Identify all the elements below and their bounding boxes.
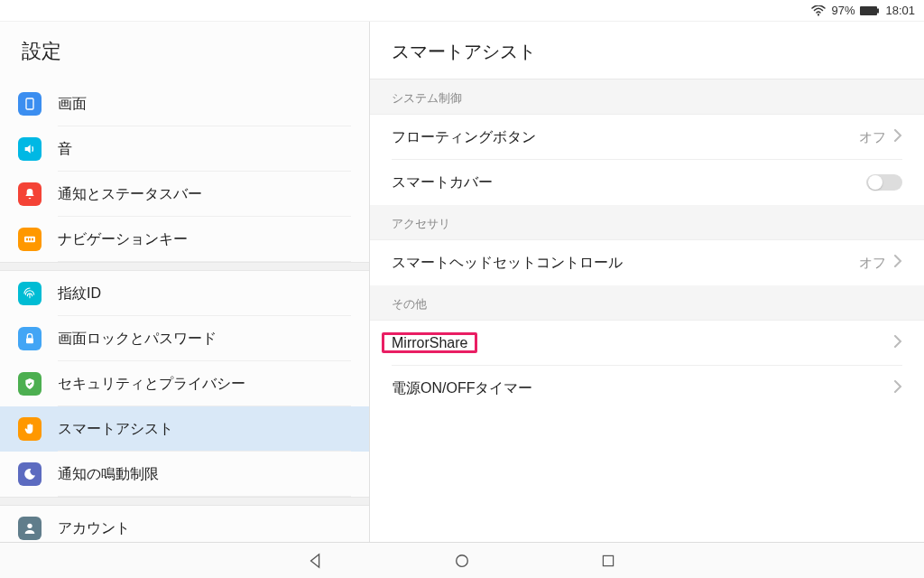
navkey-icon	[18, 228, 42, 251]
sidebar-item-display[interactable]: 画面	[0, 81, 369, 126]
settings-row[interactable]: MirrorShare	[370, 321, 924, 366]
sidebar-item-hand[interactable]: スマートアシスト	[0, 406, 369, 452]
battery-icon	[860, 5, 880, 16]
section-header: アクセサリ	[370, 205, 924, 240]
row-value: オフ	[859, 255, 886, 272]
settings-sidebar: 設定 画面音通知とステータスバーナビゲーションキー指紋ID画面ロックとパスワード…	[0, 22, 370, 542]
chevron-right-icon	[893, 255, 902, 271]
sidebar-item-label: 通知の鳴動制限	[58, 465, 351, 484]
account-icon	[18, 517, 42, 540]
clock: 18:01	[885, 4, 915, 17]
svg-rect-6	[29, 238, 31, 241]
row-label: MirrorShare	[392, 335, 893, 351]
row-label: スマートヘッドセットコントロール	[392, 254, 859, 273]
svg-rect-3	[26, 98, 33, 109]
row-value: オフ	[859, 129, 886, 146]
section-header: その他	[370, 285, 924, 321]
sidebar-item-label: 音	[58, 140, 351, 159]
sidebar-item-label: ナビゲーションキー	[58, 230, 351, 249]
sidebar-item-navkey[interactable]: ナビゲーションキー	[0, 217, 369, 262]
sidebar-item-label: 画面	[58, 95, 351, 114]
sidebar-item-sound[interactable]: 音	[0, 126, 369, 172]
sidebar-item-lock[interactable]: 画面ロックとパスワード	[0, 316, 369, 361]
content-title: スマートアシスト	[370, 22, 924, 79]
moon-icon	[18, 462, 42, 486]
sidebar-item-label: スマートアシスト	[58, 420, 351, 439]
row-label: スマートカバー	[392, 173, 866, 192]
sound-icon	[18, 137, 42, 161]
svg-rect-8	[26, 338, 33, 343]
sidebar-item-shield[interactable]: セキュリティとプライバシー	[0, 361, 369, 406]
sidebar-title: 設定	[0, 22, 369, 81]
status-bar: 97% 18:01	[0, 0, 924, 22]
sidebar-item-bell[interactable]: 通知とステータスバー	[0, 172, 369, 217]
toggle-switch[interactable]	[866, 174, 902, 191]
row-label: 電源ON/OFFタイマー	[392, 379, 893, 398]
lock-icon	[18, 327, 42, 350]
svg-rect-1	[860, 6, 877, 15]
settings-row[interactable]: 電源ON/OFFタイマー	[370, 366, 924, 411]
row-label: フローティングボタン	[392, 128, 859, 147]
section-header: システム制御	[370, 79, 924, 115]
recent-button[interactable]	[598, 551, 618, 571]
sidebar-item-fingerprint[interactable]: 指紋ID	[0, 271, 369, 316]
hand-icon	[18, 417, 42, 441]
chevron-right-icon	[893, 380, 902, 396]
sidebar-item-label: アカウント	[58, 519, 351, 538]
home-button[interactable]	[452, 551, 472, 571]
shield-icon	[18, 372, 42, 396]
sidebar-group-gap	[0, 497, 369, 506]
sidebar-item-label: セキュリティとプライバシー	[58, 375, 351, 394]
svg-rect-2	[877, 8, 879, 13]
settings-row[interactable]: スマートヘッドセットコントロールオフ	[370, 240, 924, 285]
wifi-icon	[811, 5, 826, 16]
sidebar-item-label: 通知とステータスバー	[58, 185, 351, 204]
chevron-right-icon	[893, 129, 902, 145]
settings-row[interactable]: フローティングボタンオフ	[370, 115, 924, 160]
chevron-right-icon	[893, 335, 902, 351]
svg-rect-11	[603, 555, 613, 565]
sidebar-item-moon[interactable]: 通知の鳴動制限	[0, 452, 369, 497]
svg-rect-5	[26, 238, 28, 241]
sidebar-item-label: 画面ロックとパスワード	[58, 330, 351, 349]
svg-point-9	[27, 524, 32, 528]
content-pane: スマートアシスト システム制御フローティングボタンオフスマートカバーアクセサリス…	[370, 22, 924, 542]
sidebar-item-account[interactable]: アカウント	[0, 506, 369, 542]
android-navbar	[0, 542, 924, 578]
fingerprint-icon	[18, 282, 42, 305]
display-icon	[18, 92, 42, 116]
bell-icon	[18, 182, 42, 206]
settings-row[interactable]: スマートカバー	[370, 160, 924, 205]
back-button[interactable]	[306, 551, 326, 571]
svg-rect-7	[32, 238, 33, 241]
sidebar-item-label: 指紋ID	[58, 284, 351, 303]
svg-point-0	[818, 14, 819, 15]
sidebar-group-gap	[0, 262, 369, 271]
svg-point-10	[457, 555, 468, 566]
battery-percent: 97%	[831, 4, 855, 17]
